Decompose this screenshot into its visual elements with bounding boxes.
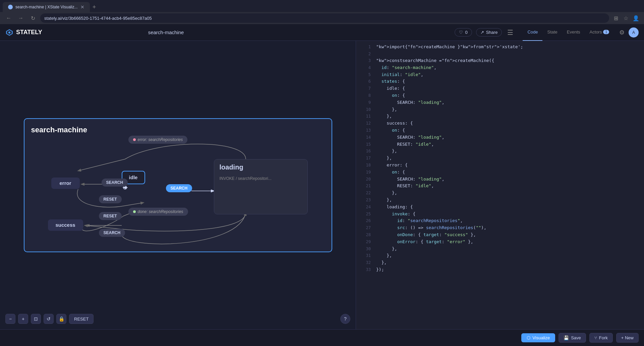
search1-label: SEARCH — [106, 180, 123, 185]
reset1-label: RESET — [104, 197, 117, 202]
new-tab-button[interactable]: + — [90, 2, 99, 12]
tab-events-label: Events — [567, 29, 580, 34]
lock-button[interactable]: 🔒 — [56, 314, 66, 324]
state-loading-box[interactable]: loading INVOKE / searchRepositori... — [214, 159, 308, 214]
code-line: 15 RESET: "idle", — [356, 141, 644, 148]
code-line: 22 }, — [356, 190, 644, 197]
service-done-label: done: searchRepositories — [128, 208, 188, 216]
code-line: 13 on: { — [356, 127, 644, 134]
tab-title: search-machine | XState Visualiz... — [15, 5, 78, 9]
visualize-button[interactable]: ⬡ Visualize — [521, 333, 555, 342]
share-label: Share — [486, 30, 498, 35]
code-line: 30 }, — [356, 246, 644, 253]
code-line: 24 loading: { — [356, 204, 644, 211]
zoom-minus-button[interactable]: − — [5, 314, 15, 324]
service-done-text: done: searchRepositories — [138, 209, 183, 214]
svg-point-2 — [8, 31, 10, 33]
save-button[interactable]: 💾 Save — [559, 333, 586, 343]
code-line: 19 on: { — [356, 169, 644, 176]
code-line: 27 src: () => searchRepositories(""), — [356, 224, 644, 231]
tab-actors[interactable]: Actors 1 — [585, 24, 614, 41]
dot-red — [133, 138, 136, 141]
settings-button[interactable]: ⚙ — [618, 27, 626, 38]
visualize-icon: ⬡ — [527, 335, 530, 340]
share-button[interactable]: ↗ Share — [476, 28, 502, 37]
machine-name-header: search-machine — [148, 29, 184, 35]
code-line: 29 onError: { target: "error" }, — [356, 238, 644, 246]
code-line: 33}); — [356, 266, 644, 273]
main-area: search-machine — [0, 41, 644, 329]
code-line: 20 SEARCH: "loading", — [356, 176, 644, 183]
canvas-controls: − + ⊡ ↺ 🔒 RESET — [5, 314, 94, 324]
fork-icon: ⑂ — [594, 335, 597, 340]
diagram-title: search-machine — [31, 126, 87, 134]
bookmark-icon[interactable]: ☆ — [622, 14, 630, 22]
code-line: 1"kw">import { "fn">createMachine } "kw"… — [356, 44, 644, 51]
tab-state[interactable]: State — [542, 24, 562, 41]
right-panel: 1"kw">import { "fn">createMachine } "kw"… — [356, 41, 644, 329]
menu-button[interactable]: ☰ — [506, 27, 515, 38]
zoom-plus-button[interactable]: + — [18, 314, 28, 324]
logo-text: STATELY — [16, 29, 42, 36]
app-header: STATELY search-machine ♡ 0 ↗ Share ☰ Cod… — [0, 24, 644, 41]
tab-bar: search-machine | XState Visualiz... ✕ + — [0, 0, 644, 12]
event-search-center[interactable]: SEARCH — [166, 184, 192, 192]
tab-events[interactable]: Events — [562, 24, 585, 41]
tab-close-icon[interactable]: ✕ — [80, 4, 84, 10]
forward-button[interactable]: → — [16, 13, 25, 23]
browser-chrome: search-machine | XState Visualiz... ✕ + … — [0, 0, 644, 24]
event-search-1[interactable]: SEARCH — [102, 179, 128, 187]
heart-button[interactable]: ♡ 0 — [455, 28, 472, 37]
extensions-icon[interactable]: ⊞ — [612, 14, 620, 22]
event-reset-1[interactable]: RESET — [99, 195, 122, 203]
code-line: 5 initial: "idle", — [356, 71, 644, 78]
state-success[interactable]: success — [48, 219, 83, 231]
profile-icon[interactable]: 👤 — [632, 14, 640, 22]
code-line: 32 }, — [356, 259, 644, 266]
tab-code[interactable]: Code — [523, 24, 542, 41]
fork-button[interactable]: ⑂ Fork — [589, 333, 613, 343]
fork-label: Fork — [599, 335, 608, 340]
event-reset-2[interactable]: RESET — [99, 212, 122, 220]
code-line: 3"kw">const searchMachine = "fn">createM… — [356, 57, 644, 64]
idle-label: idle — [129, 175, 138, 180]
code-line: 4 id: "search-machine", — [356, 64, 644, 71]
code-line: 17 }, — [356, 155, 644, 162]
header-actions: ♡ 0 ↗ Share ☰ — [455, 27, 515, 38]
url-bar[interactable] — [40, 13, 609, 23]
code-line: 26 id: "searchRepositories", — [356, 217, 644, 224]
refresh-diagram-button[interactable]: ↺ — [44, 314, 54, 324]
state-error[interactable]: error — [51, 178, 80, 189]
fit-button[interactable]: ⊡ — [31, 314, 41, 324]
bottom-toolbar: ⬡ Visualize 💾 Save ⑂ Fork + New — [0, 329, 644, 346]
new-label: + New — [621, 335, 634, 340]
new-button[interactable]: + New — [616, 333, 639, 343]
reset-canvas-button[interactable]: RESET — [69, 314, 94, 324]
save-label: Save — [571, 335, 581, 340]
app-container: STATELY search-machine ♡ 0 ↗ Share ☰ Cod… — [0, 24, 644, 346]
refresh-button[interactable]: ↻ — [28, 13, 38, 23]
code-line: 25 invoke: { — [356, 211, 644, 218]
reset2-label: RESET — [104, 214, 117, 218]
user-avatar[interactable]: A — [629, 27, 639, 38]
code-line: 14 SEARCH: "loading", — [356, 134, 644, 141]
tab-code-label: Code — [527, 29, 538, 34]
search-center-label: SEARCH — [171, 186, 188, 191]
right-panel-tabs: Code State Events Actors 1 ⚙ A — [523, 24, 639, 41]
help-button[interactable]: ? — [340, 314, 350, 324]
event-search-2[interactable]: SEARCH — [99, 229, 125, 237]
diagram-container: search-machine — [24, 118, 332, 252]
code-line: 2 — [356, 51, 644, 57]
code-line: 12 success: { — [356, 120, 644, 127]
back-button[interactable]: ← — [4, 13, 13, 23]
code-line: 10 }, — [356, 106, 644, 113]
code-line: 16 }, — [356, 148, 644, 155]
stately-logo-icon — [5, 28, 13, 37]
active-tab[interactable]: search-machine | XState Visualiz... ✕ — [3, 2, 90, 12]
app-logo: STATELY — [5, 28, 42, 37]
invoke-text: INVOKE / searchRepositori... — [220, 176, 272, 181]
canvas-area[interactable]: search-machine — [0, 41, 356, 329]
code-line: 18 error: { — [356, 162, 644, 169]
code-line: 31 }, — [356, 252, 644, 259]
search2-label: SEARCH — [104, 230, 121, 235]
